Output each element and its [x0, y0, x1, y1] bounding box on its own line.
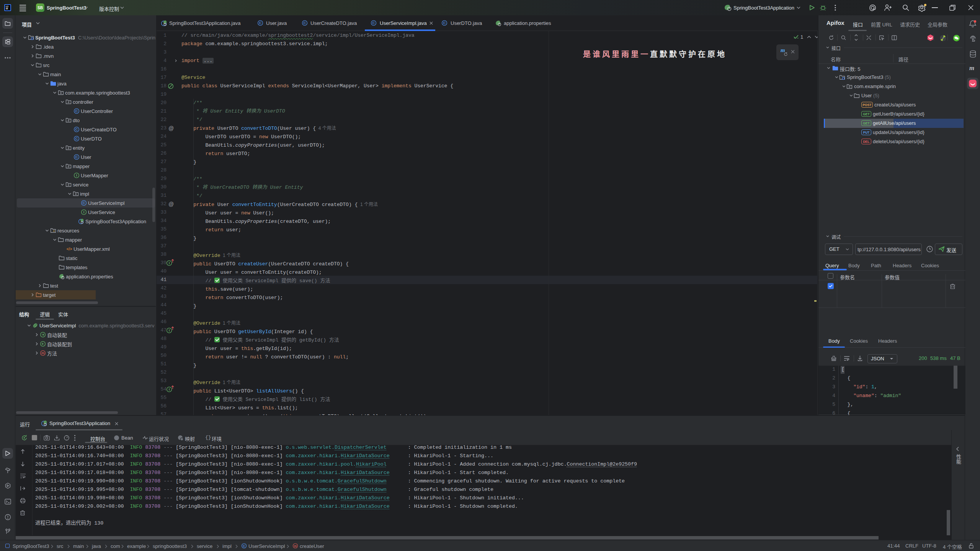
- svg-text:I: I: [169, 328, 170, 332]
- svg-text:m: m: [41, 351, 44, 355]
- svg-text:I: I: [169, 387, 170, 391]
- svg-text:m: m: [294, 544, 297, 548]
- svg-text:I: I: [169, 261, 170, 265]
